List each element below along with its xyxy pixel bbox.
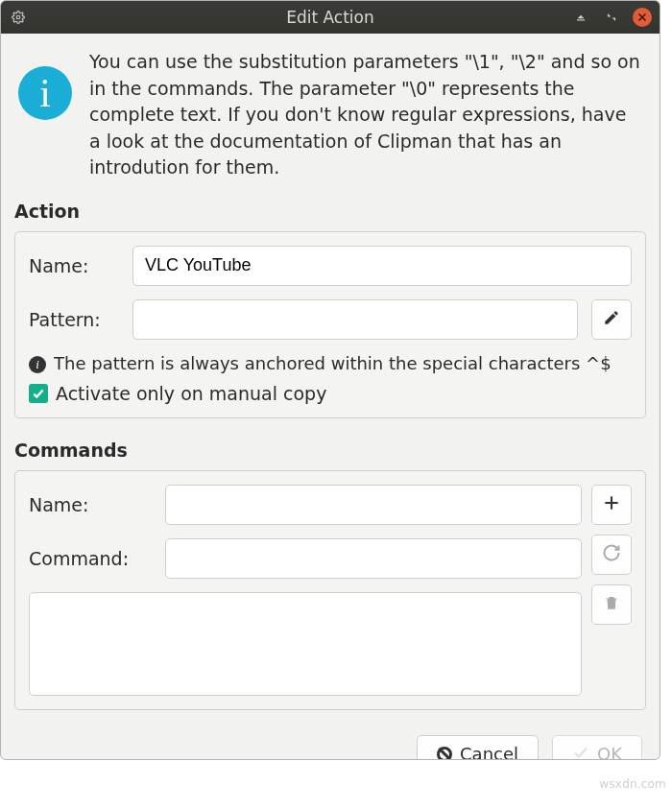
pattern-hint: i The pattern is always anchored within … <box>29 353 632 373</box>
maximize-icon[interactable] <box>602 8 621 27</box>
action-group: Name: Pattern: i The pattern is always a… <box>14 231 646 418</box>
ok-button-label: OK <box>597 744 622 760</box>
action-heading: Action <box>14 201 646 222</box>
trash-icon <box>603 594 620 615</box>
cancel-button[interactable]: Cancel <box>417 735 539 760</box>
command-label: Command: <box>29 548 152 569</box>
command-input[interactable] <box>165 538 582 579</box>
refresh-icon <box>602 543 621 566</box>
info-row: i You can use the substitution parameter… <box>14 49 646 181</box>
minimize-icon[interactable] <box>571 8 590 27</box>
name-label: Name: <box>29 255 119 276</box>
action-name-input[interactable] <box>132 246 632 286</box>
cancel-icon <box>437 747 452 760</box>
window-title: Edit Action <box>1 8 660 27</box>
hint-info-icon: i <box>29 356 46 373</box>
pencil-icon <box>603 309 620 330</box>
commands-heading: Commands <box>14 440 646 461</box>
svg-rect-1 <box>577 19 585 20</box>
ok-button[interactable]: OK <box>552 735 642 760</box>
info-icon: i <box>18 66 72 120</box>
watermark: wsxdn.com <box>599 777 666 791</box>
add-command-button[interactable] <box>591 485 632 525</box>
action-pattern-input[interactable] <box>132 299 578 340</box>
plus-icon <box>602 493 621 516</box>
activate-manual-copy-checkbox[interactable] <box>29 384 48 403</box>
check-icon <box>572 744 589 760</box>
delete-command-button[interactable] <box>591 584 632 625</box>
dialog-content: i You can use the substitution parameter… <box>1 34 660 759</box>
pattern-label: Pattern: <box>29 309 119 330</box>
refresh-command-button[interactable] <box>591 535 632 575</box>
dialog-buttons: Cancel OK <box>14 726 646 760</box>
command-name-input[interactable] <box>165 485 582 525</box>
edit-pattern-button[interactable] <box>591 299 632 340</box>
info-text: You can use the substitution parameters … <box>89 49 642 181</box>
pattern-hint-text: The pattern is always anchored within th… <box>54 353 612 373</box>
cancel-button-label: Cancel <box>460 744 518 760</box>
close-icon[interactable] <box>633 8 652 27</box>
titlebar: Edit Action <box>1 1 660 34</box>
commands-group: Name: Command: <box>14 470 646 710</box>
commands-list[interactable] <box>29 592 582 696</box>
command-name-label: Name: <box>29 494 152 515</box>
activate-manual-copy-label: Activate only on manual copy <box>56 383 326 404</box>
edit-action-dialog: Edit Action i You can use the substituti… <box>0 0 660 760</box>
svg-point-0 <box>16 15 20 19</box>
gear-icon[interactable] <box>9 8 28 27</box>
